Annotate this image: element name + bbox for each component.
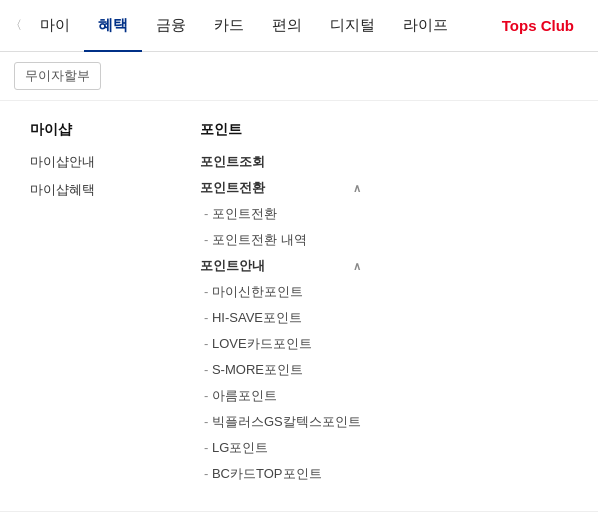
sub-navigation: 무이자할부 (0, 52, 598, 101)
chevron-up-icon-2: ∧ (353, 260, 361, 273)
section-header-point-guide[interactable]: 포인트안내 ∧ (200, 257, 361, 275)
menu-link-hisave-point[interactable]: HI-SAVE포인트 (200, 309, 361, 327)
nav-back-arrow[interactable]: 〈 (10, 17, 22, 34)
menu-link-lg-point[interactable]: LG포인트 (200, 439, 361, 457)
dropdown-menu-area: 마이샵 마이샵안내 마이샵혜택 포인트 포인트조회 포인트전환 ∧ 포인트전환 … (0, 101, 598, 512)
menu-link-bc-card-top-point[interactable]: BC카드TOP포인트 (200, 465, 361, 483)
col-header-myshop: 마이샵 (30, 121, 160, 139)
nav-item-card[interactable]: 카드 (200, 0, 258, 52)
col-header-point: 포인트 (200, 121, 361, 139)
nav-item-convenience[interactable]: 편의 (258, 0, 316, 52)
menu-link-smore-point[interactable]: S-MORE포인트 (200, 361, 361, 379)
nav-item-benefits[interactable]: 혜택 (84, 0, 142, 52)
top-navigation: 〈 마이 혜택 금융 카드 편의 디지털 라이프 Tops Club (0, 0, 598, 52)
section-header-point-exchange[interactable]: 포인트전환 ∧ (200, 179, 361, 197)
nav-item-tops-club[interactable]: Tops Club (488, 0, 588, 52)
menu-link-myshop-info[interactable]: 마이샵안내 (30, 153, 160, 171)
menu-column-third (391, 121, 491, 491)
nav-item-finance[interactable]: 금융 (142, 0, 200, 52)
menu-link-myshop-benefit[interactable]: 마이샵혜택 (30, 181, 160, 199)
menu-link-point-exchange-history[interactable]: 포인트전환 내역 (200, 231, 361, 249)
chevron-up-icon: ∧ (353, 182, 361, 195)
subnav-tag-zero-interest[interactable]: 무이자할부 (14, 62, 101, 90)
section-header-point-inquiry[interactable]: 포인트조회 (200, 153, 361, 171)
menu-link-areum-point[interactable]: 아름포인트 (200, 387, 361, 405)
menu-link-my-shinhan-point[interactable]: 마이신한포인트 (200, 283, 361, 301)
menu-column-myshop: 마이샵 마이샵안내 마이샵혜택 (30, 121, 190, 491)
nav-item-my[interactable]: 마이 (26, 0, 84, 52)
menu-link-point-exchange[interactable]: 포인트전환 (200, 205, 361, 223)
nav-left-wrap: 〈 (10, 17, 26, 34)
nav-item-digital[interactable]: 디지털 (316, 0, 389, 52)
menu-link-bigplus-gs-point[interactable]: 빅플러스GS칼텍스포인트 (200, 413, 361, 431)
nav-item-lifestyle[interactable]: 라이프 (389, 0, 462, 52)
menu-column-point: 포인트 포인트조회 포인트전환 ∧ 포인트전환 포인트전환 내역 포인트안내 ∧… (190, 121, 391, 491)
menu-link-love-card-point[interactable]: LOVE카드포인트 (200, 335, 361, 353)
